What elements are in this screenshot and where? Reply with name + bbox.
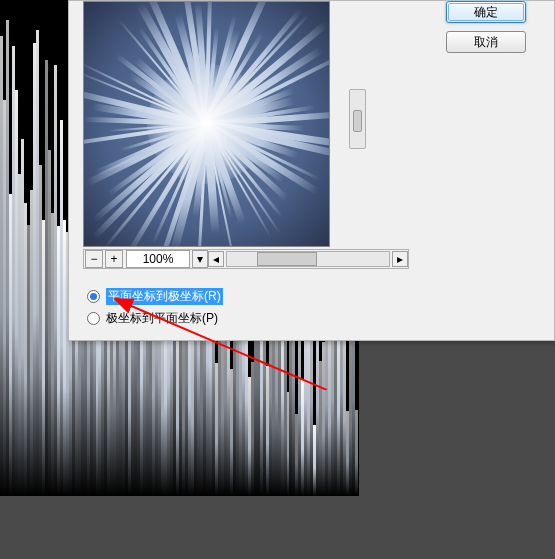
ok-button-label: 确定: [448, 3, 524, 21]
zoom-toolbar: − + 100% ▾ ◂ ▸: [83, 249, 409, 269]
preview-horizontal-scrollbar[interactable]: [226, 251, 390, 267]
cancel-button[interactable]: 取消: [446, 31, 526, 53]
preview-vertical-scrollbar[interactable]: [349, 89, 366, 149]
ok-button[interactable]: 确定: [446, 1, 526, 23]
zoom-out-button[interactable]: −: [85, 250, 103, 268]
cancel-button-label: 取消: [474, 35, 498, 49]
radio-polar-to-rect[interactable]: 极坐标到平面坐标(P): [87, 307, 223, 329]
radio-rect-to-polar[interactable]: 平面坐标到极坐标(R): [87, 285, 223, 307]
polar-coordinates-dialog: − + 100% ▾ ◂ ▸ 平面坐标到极坐标(R) 极坐标到平面坐标(P) 确…: [68, 0, 555, 341]
radio-label: 极坐标到平面坐标(P): [106, 310, 218, 327]
radio-label: 平面坐标到极坐标(R): [106, 288, 223, 305]
hscroll-right-button[interactable]: ▸: [392, 251, 408, 267]
zoom-in-button[interactable]: +: [105, 250, 123, 268]
hscroll-thumb[interactable]: [257, 252, 317, 266]
zoom-dropdown-button[interactable]: ▾: [192, 250, 208, 268]
radio-icon: [87, 290, 100, 303]
conversion-radio-group: 平面坐标到极坐标(R) 极坐标到平面坐标(P): [87, 285, 223, 329]
radio-icon: [87, 312, 100, 325]
preview-image[interactable]: [83, 1, 330, 247]
hscroll-left-button[interactable]: ◂: [208, 251, 224, 267]
zoom-percentage-field[interactable]: 100%: [126, 250, 190, 268]
